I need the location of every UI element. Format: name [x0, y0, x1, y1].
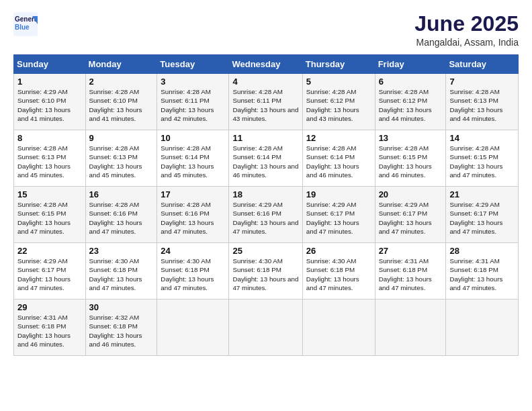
day-number: 20 [379, 189, 443, 199]
calendar-cell: 4 Sunrise: 4:28 AMSunset: 6:11 PMDayligh… [229, 74, 302, 130]
col-thursday: Thursday [302, 55, 375, 74]
calendar-week-row: 1 Sunrise: 4:29 AMSunset: 6:10 PMDayligh… [14, 74, 519, 130]
calendar-cell: 9 Sunrise: 4:28 AMSunset: 6:13 PMDayligh… [85, 130, 157, 187]
day-info: Sunrise: 4:29 AMSunset: 6:17 PMDaylight:… [306, 201, 359, 235]
calendar-week-row: 15 Sunrise: 4:28 AMSunset: 6:15 PMDaylig… [14, 187, 519, 243]
day-info: Sunrise: 4:30 AMSunset: 6:18 PMDaylight:… [306, 257, 359, 291]
day-number: 18 [232, 189, 298, 199]
calendar-cell: 28 Sunrise: 4:31 AMSunset: 6:18 PMDaylig… [446, 243, 519, 300]
day-info: Sunrise: 4:28 AMSunset: 6:15 PMDaylight:… [17, 201, 71, 235]
day-number: 26 [306, 246, 371, 256]
calendar-cell: 24 Sunrise: 4:30 AMSunset: 6:18 PMDaylig… [157, 243, 229, 300]
calendar-cell: 23 Sunrise: 4:30 AMSunset: 6:18 PMDaylig… [85, 243, 157, 300]
day-info: Sunrise: 4:28 AMSunset: 6:13 PMDaylight:… [17, 144, 71, 179]
day-number: 16 [89, 189, 154, 199]
day-info: Sunrise: 4:31 AMSunset: 6:18 PMDaylight:… [449, 257, 502, 291]
calendar-cell: 25 Sunrise: 4:30 AMSunset: 6:18 PMDaylig… [229, 243, 302, 300]
calendar-cell: 20 Sunrise: 4:29 AMSunset: 6:17 PMDaylig… [375, 187, 446, 243]
calendar-week-row: 22 Sunrise: 4:29 AMSunset: 6:17 PMDaylig… [14, 243, 519, 300]
calendar-cell: 3 Sunrise: 4:28 AMSunset: 6:11 PMDayligh… [157, 74, 229, 130]
day-number: 17 [161, 189, 225, 199]
day-number: 7 [449, 77, 515, 87]
calendar-cell: 18 Sunrise: 4:29 AMSunset: 6:16 PMDaylig… [229, 187, 302, 243]
day-number: 4 [232, 77, 298, 87]
day-number: 19 [306, 189, 371, 199]
day-info: Sunrise: 4:28 AMSunset: 6:10 PMDaylight:… [89, 88, 142, 122]
day-info: Sunrise: 4:29 AMSunset: 6:16 PMDaylight:… [232, 201, 298, 235]
calendar-cell: 10 Sunrise: 4:28 AMSunset: 6:14 PMDaylig… [157, 130, 229, 187]
day-number: 1 [17, 77, 82, 87]
day-number: 13 [379, 133, 443, 143]
day-number: 15 [17, 189, 82, 199]
calendar-cell: 19 Sunrise: 4:29 AMSunset: 6:17 PMDaylig… [302, 187, 375, 243]
day-info: Sunrise: 4:31 AMSunset: 6:18 PMDaylight:… [17, 314, 71, 348]
calendar-cell: 1 Sunrise: 4:29 AMSunset: 6:10 PMDayligh… [14, 74, 86, 130]
calendar-cell: 15 Sunrise: 4:28 AMSunset: 6:15 PMDaylig… [14, 187, 86, 243]
logo: General Blue [13, 12, 38, 36]
calendar-cell: 26 Sunrise: 4:30 AMSunset: 6:18 PMDaylig… [302, 243, 375, 300]
calendar-cell: 29 Sunrise: 4:31 AMSunset: 6:18 PMDaylig… [14, 300, 86, 356]
calendar-cell: 12 Sunrise: 4:28 AMSunset: 6:14 PMDaylig… [302, 130, 375, 187]
calendar-cell: 30 Sunrise: 4:32 AMSunset: 6:18 PMDaylig… [85, 300, 157, 356]
calendar-cell [375, 300, 446, 356]
day-info: Sunrise: 4:28 AMSunset: 6:14 PMDaylight:… [306, 144, 359, 179]
calendar-cell: 22 Sunrise: 4:29 AMSunset: 6:17 PMDaylig… [14, 243, 86, 300]
day-number: 9 [89, 133, 154, 143]
calendar-cell [302, 300, 375, 356]
day-info: Sunrise: 4:31 AMSunset: 6:18 PMDaylight:… [379, 257, 432, 291]
day-info: Sunrise: 4:28 AMSunset: 6:15 PMDaylight:… [379, 144, 432, 179]
day-info: Sunrise: 4:29 AMSunset: 6:17 PMDaylight:… [379, 201, 432, 235]
calendar-cell [157, 300, 229, 356]
logo-icon: General Blue [13, 12, 38, 36]
col-tuesday: Tuesday [157, 55, 229, 74]
day-info: Sunrise: 4:30 AMSunset: 6:18 PMDaylight:… [161, 257, 214, 291]
day-number: 24 [161, 246, 225, 256]
day-info: Sunrise: 4:28 AMSunset: 6:16 PMDaylight:… [89, 201, 142, 235]
day-number: 8 [17, 133, 82, 143]
svg-text:Blue: Blue [15, 24, 30, 31]
day-info: Sunrise: 4:29 AMSunset: 6:17 PMDaylight:… [17, 257, 71, 291]
day-number: 28 [449, 246, 515, 256]
calendar-cell: 27 Sunrise: 4:31 AMSunset: 6:18 PMDaylig… [375, 243, 446, 300]
calendar-table: Sunday Monday Tuesday Wednesday Thursday… [13, 54, 519, 356]
day-number: 2 [89, 77, 154, 87]
day-number: 6 [379, 77, 443, 87]
calendar-header-row: Sunday Monday Tuesday Wednesday Thursday… [14, 55, 519, 74]
day-number: 23 [89, 246, 154, 256]
calendar-cell: 8 Sunrise: 4:28 AMSunset: 6:13 PMDayligh… [14, 130, 86, 187]
calendar-cell: 13 Sunrise: 4:28 AMSunset: 6:15 PMDaylig… [375, 130, 446, 187]
day-info: Sunrise: 4:32 AMSunset: 6:18 PMDaylight:… [89, 314, 142, 348]
calendar-cell: 7 Sunrise: 4:28 AMSunset: 6:13 PMDayligh… [446, 74, 519, 130]
calendar-cell [446, 300, 519, 356]
day-info: Sunrise: 4:28 AMSunset: 6:11 PMDaylight:… [161, 88, 214, 122]
day-info: Sunrise: 4:28 AMSunset: 6:15 PMDaylight:… [449, 144, 502, 179]
calendar-cell [229, 300, 302, 356]
day-number: 25 [232, 246, 298, 256]
day-info: Sunrise: 4:28 AMSunset: 6:14 PMDaylight:… [161, 144, 214, 179]
col-saturday: Saturday [446, 55, 519, 74]
calendar-cell: 14 Sunrise: 4:28 AMSunset: 6:15 PMDaylig… [446, 130, 519, 187]
day-info: Sunrise: 4:30 AMSunset: 6:18 PMDaylight:… [232, 257, 298, 291]
col-friday: Friday [375, 55, 446, 74]
day-number: 12 [306, 133, 371, 143]
page: General Blue June 2025 Mangaldai, Assam,… [0, 0, 532, 411]
calendar-week-row: 29 Sunrise: 4:31 AMSunset: 6:18 PMDaylig… [14, 300, 519, 356]
day-info: Sunrise: 4:29 AMSunset: 6:10 PMDaylight:… [17, 88, 71, 122]
calendar-cell: 5 Sunrise: 4:28 AMSunset: 6:12 PMDayligh… [302, 74, 375, 130]
day-number: 5 [306, 77, 371, 87]
day-info: Sunrise: 4:28 AMSunset: 6:11 PMDaylight:… [232, 88, 298, 122]
day-info: Sunrise: 4:28 AMSunset: 6:13 PMDaylight:… [449, 88, 502, 122]
col-sunday: Sunday [14, 55, 86, 74]
month-title: June 2025 [414, 12, 519, 36]
day-number: 27 [379, 246, 443, 256]
day-info: Sunrise: 4:29 AMSunset: 6:17 PMDaylight:… [449, 201, 502, 235]
calendar-cell: 6 Sunrise: 4:28 AMSunset: 6:12 PMDayligh… [375, 74, 446, 130]
day-number: 10 [161, 133, 225, 143]
col-monday: Monday [85, 55, 157, 74]
day-info: Sunrise: 4:28 AMSunset: 6:12 PMDaylight:… [379, 88, 432, 122]
header: General Blue June 2025 Mangaldai, Assam,… [13, 12, 519, 48]
calendar-cell: 11 Sunrise: 4:28 AMSunset: 6:14 PMDaylig… [229, 130, 302, 187]
title-area: June 2025 Mangaldai, Assam, India [414, 12, 519, 48]
day-number: 11 [232, 133, 298, 143]
day-info: Sunrise: 4:30 AMSunset: 6:18 PMDaylight:… [89, 257, 142, 291]
